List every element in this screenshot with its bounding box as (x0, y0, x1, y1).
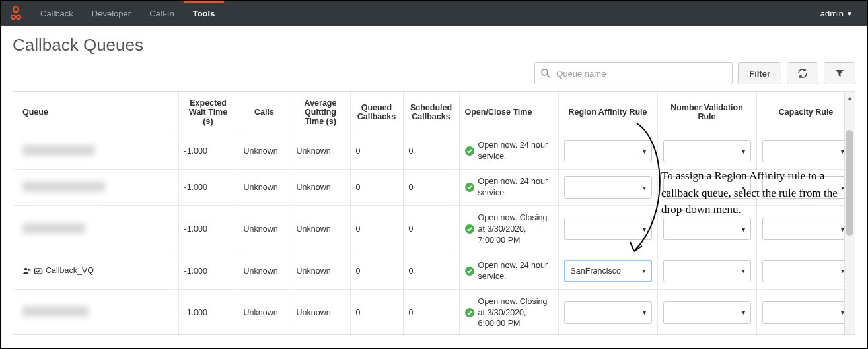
queue-cell[interactable] (13, 170, 178, 206)
queued-callbacks-cell: 0 (350, 170, 403, 206)
chevron-down-icon: ▾ (642, 267, 645, 274)
capacity-rule-dropdown[interactable]: ▾ (762, 218, 850, 240)
number-validation-rule-cell: ▾ (657, 133, 756, 170)
scheduled-callbacks-cell: 0 (403, 289, 459, 335)
user-name: admin (820, 9, 844, 18)
nav-callback[interactable]: Callback (31, 1, 83, 26)
open-close-text: Open now. 24 hour service. (478, 260, 553, 282)
col-number-validation[interactable]: Number Validation Rule (657, 92, 756, 133)
status-ok-icon (465, 146, 474, 156)
number-validation-rule-dropdown[interactable]: ▾ (663, 260, 751, 282)
scheduled-callbacks-cell: 0 (403, 253, 459, 289)
status-ok-icon (465, 183, 474, 192)
number-validation-rule-dropdown[interactable]: ▾ (663, 301, 751, 324)
col-queue[interactable]: Queue (13, 92, 178, 133)
table-row: Callback_VQ-1.000UnknownUnknown00Open no… (13, 253, 855, 289)
table-header-row: Queue Expected Wait Time (s) Calls Avera… (13, 92, 855, 133)
expected-wait-cell: -1.000 (178, 133, 238, 170)
svg-point-1 (11, 15, 15, 19)
chevron-down-icon: ▾ (742, 226, 745, 233)
chevron-down-icon: ▾ (643, 184, 646, 191)
col-queued-callbacks[interactable]: Queued Callbacks (350, 92, 403, 133)
scroll-thumb[interactable] (846, 130, 853, 236)
number-validation-rule-dropdown[interactable]: ▾ (663, 218, 751, 240)
status-ok-icon (465, 224, 474, 234)
open-close-cell: Open now. 24 hour service. (459, 170, 558, 206)
vertical-scrollbar[interactable]: ▴ (844, 92, 855, 334)
capacity-rule-dropdown[interactable]: ▾ (762, 140, 850, 162)
user-menu[interactable]: admin ▼ (811, 9, 862, 18)
col-expected-wait[interactable]: Expected Wait Time (s) (178, 92, 238, 133)
search-input[interactable] (555, 68, 727, 79)
funnel-button[interactable] (824, 62, 855, 84)
queue-name: Callback_VQ (46, 266, 94, 275)
search-box[interactable] (534, 62, 733, 84)
toolbar: Filter (1, 62, 867, 91)
capacity-rule-dropdown[interactable]: ▾ (762, 301, 850, 324)
open-close-cell: Open now. Closing at 3/30/2020, 6:00:00 … (459, 289, 558, 335)
filter-button[interactable]: Filter (738, 62, 781, 84)
table-row: -1.000UnknownUnknown00Open now. Closing … (13, 289, 855, 335)
open-close-cell: Open now. 24 hour service. (459, 133, 558, 170)
region-affinity-rule-dropdown[interactable]: SanFrancisco▾ (564, 260, 652, 282)
col-avg-quitting[interactable]: Average Quitting Time (s) (291, 92, 350, 133)
open-close-text: Open now. 24 hour service. (478, 176, 553, 199)
col-open-close[interactable]: Open/Close Time (459, 92, 558, 133)
chevron-down-icon: ▾ (742, 267, 745, 274)
col-scheduled-callbacks[interactable]: Scheduled Callbacks (403, 92, 459, 133)
region-affinity-rule-dropdown[interactable]: ▾ (564, 176, 652, 199)
chevron-down-icon: ▾ (742, 148, 745, 155)
col-region-affinity[interactable]: Region Affinity Rule (558, 92, 657, 133)
chevron-down-icon: ▾ (643, 148, 646, 155)
region-affinity-rule-dropdown[interactable]: ▾ (564, 218, 652, 240)
nav-callin[interactable]: Call-In (140, 1, 184, 26)
chevron-down-icon: ▾ (643, 226, 646, 233)
chevron-down-icon: ▾ (742, 309, 745, 316)
nav-tools[interactable]: Tools (184, 1, 225, 26)
region-affinity-rule-cell: SanFrancisco▾ (558, 253, 657, 289)
queue-cell[interactable] (13, 206, 178, 253)
app-logo-icon (9, 6, 23, 20)
svg-rect-10 (35, 269, 42, 274)
open-close-cell: Open now. 24 hour service. (459, 253, 558, 289)
region-affinity-rule-dropdown[interactable]: ▾ (564, 140, 652, 162)
scroll-up-icon[interactable]: ▴ (844, 92, 855, 102)
queued-callbacks-cell: 0 (350, 289, 403, 335)
queues-table: Queue Expected Wait Time (s) Calls Avera… (13, 91, 855, 335)
col-calls[interactable]: Calls (238, 92, 291, 133)
svg-point-8 (24, 268, 27, 270)
chevron-down-icon: ▾ (742, 184, 745, 191)
calls-cell: Unknown (238, 253, 291, 289)
queued-callbacks-cell: 0 (350, 133, 403, 170)
redacted-label (22, 181, 105, 192)
redacted-label (22, 223, 85, 234)
svg-line-4 (547, 75, 550, 77)
capacity-rule-dropdown[interactable]: ▾ (762, 260, 850, 282)
refresh-button[interactable] (787, 62, 818, 84)
topbar: Callback Developer Call-In Tools admin ▼ (1, 1, 867, 26)
expected-wait-cell: -1.000 (178, 253, 238, 289)
capacity-rule-cell: ▾ (756, 206, 855, 253)
expected-wait-cell: -1.000 (178, 170, 238, 206)
scheduled-callbacks-cell: 0 (403, 133, 459, 170)
number-validation-rule-dropdown[interactable]: ▾ (663, 176, 751, 199)
capacity-rule-cell: ▾ (756, 253, 855, 289)
capacity-rule-dropdown[interactable]: ▾ (762, 176, 850, 199)
nav-developer[interactable]: Developer (83, 1, 140, 26)
queue-cell[interactable] (13, 289, 178, 335)
expected-wait-cell: -1.000 (178, 289, 238, 335)
chevron-down-icon: ▾ (643, 309, 646, 316)
queue-cell[interactable] (13, 133, 178, 170)
svg-point-0 (13, 7, 18, 12)
expected-wait-cell: -1.000 (178, 206, 238, 253)
col-capacity-rule[interactable]: Capacity Rule (756, 92, 855, 133)
queued-callbacks-cell: 0 (350, 206, 403, 253)
region-affinity-rule-cell: ▾ (558, 289, 657, 335)
refresh-icon (797, 68, 808, 79)
region-affinity-rule-dropdown[interactable]: ▾ (564, 301, 652, 324)
queued-callbacks-cell: 0 (350, 253, 403, 289)
number-validation-rule-dropdown[interactable]: ▾ (663, 140, 751, 162)
queue-cell[interactable]: Callback_VQ (13, 253, 178, 289)
avg-quitting-cell: Unknown (291, 133, 350, 170)
status-ok-icon (465, 267, 474, 276)
